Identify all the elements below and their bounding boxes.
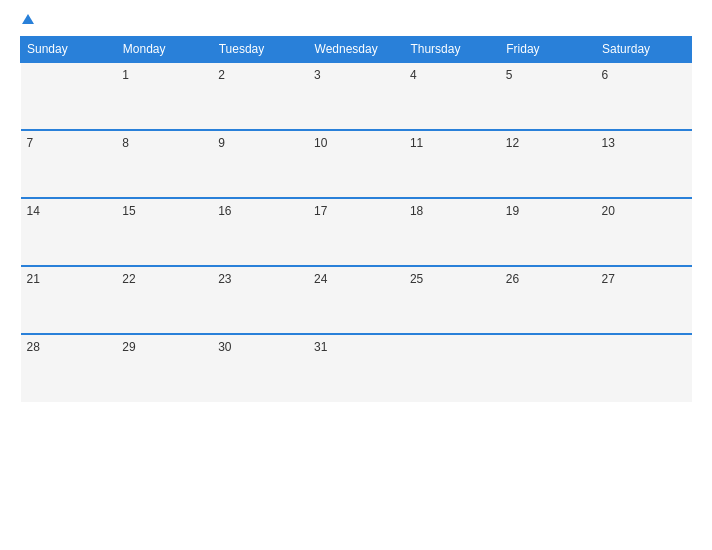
header (20, 16, 692, 26)
day-number: 23 (218, 272, 231, 286)
day-number: 20 (602, 204, 615, 218)
calendar-cell: 31 (308, 334, 404, 402)
calendar-cell: 6 (596, 62, 692, 130)
day-number: 18 (410, 204, 423, 218)
weekday-header-thursday: Thursday (404, 37, 500, 63)
calendar-cell: 4 (404, 62, 500, 130)
day-number: 12 (506, 136, 519, 150)
calendar-cell: 18 (404, 198, 500, 266)
day-number: 5 (506, 68, 513, 82)
calendar-cell: 28 (21, 334, 117, 402)
calendar-cell (21, 62, 117, 130)
day-number: 27 (602, 272, 615, 286)
calendar-cell: 3 (308, 62, 404, 130)
calendar-cell: 22 (116, 266, 212, 334)
day-number: 25 (410, 272, 423, 286)
weekday-header-wednesday: Wednesday (308, 37, 404, 63)
weekday-header-saturday: Saturday (596, 37, 692, 63)
day-number: 9 (218, 136, 225, 150)
calendar-cell (500, 334, 596, 402)
calendar-cell: 24 (308, 266, 404, 334)
calendar-week-2: 14151617181920 (21, 198, 692, 266)
weekday-header-row: SundayMondayTuesdayWednesdayThursdayFrid… (21, 37, 692, 63)
day-number: 24 (314, 272, 327, 286)
weekday-header-sunday: Sunday (21, 37, 117, 63)
calendar-cell: 1 (116, 62, 212, 130)
calendar-cell: 5 (500, 62, 596, 130)
calendar-cell: 12 (500, 130, 596, 198)
day-number: 29 (122, 340, 135, 354)
day-number: 30 (218, 340, 231, 354)
weekday-header-friday: Friday (500, 37, 596, 63)
calendar-cell: 23 (212, 266, 308, 334)
calendar-week-1: 78910111213 (21, 130, 692, 198)
day-number: 15 (122, 204, 135, 218)
day-number: 19 (506, 204, 519, 218)
day-number: 13 (602, 136, 615, 150)
calendar-cell: 11 (404, 130, 500, 198)
day-number: 22 (122, 272, 135, 286)
calendar-cell (404, 334, 500, 402)
calendar-body: 1234567891011121314151617181920212223242… (21, 62, 692, 402)
calendar-cell: 19 (500, 198, 596, 266)
calendar-cell: 14 (21, 198, 117, 266)
calendar-cell: 2 (212, 62, 308, 130)
day-number: 17 (314, 204, 327, 218)
calendar-cell: 30 (212, 334, 308, 402)
calendar-cell: 29 (116, 334, 212, 402)
calendar-cell: 16 (212, 198, 308, 266)
calendar-cell: 20 (596, 198, 692, 266)
calendar-cell: 13 (596, 130, 692, 198)
calendar-cell: 8 (116, 130, 212, 198)
day-number: 10 (314, 136, 327, 150)
calendar-cell: 26 (500, 266, 596, 334)
weekday-header-tuesday: Tuesday (212, 37, 308, 63)
day-number: 28 (27, 340, 40, 354)
day-number: 4 (410, 68, 417, 82)
calendar-cell: 21 (21, 266, 117, 334)
calendar-cell: 27 (596, 266, 692, 334)
calendar-week-3: 21222324252627 (21, 266, 692, 334)
day-number: 2 (218, 68, 225, 82)
day-number: 21 (27, 272, 40, 286)
calendar-cell: 7 (21, 130, 117, 198)
calendar-cell: 25 (404, 266, 500, 334)
calendar-cell (596, 334, 692, 402)
day-number: 3 (314, 68, 321, 82)
logo-triangle-icon (22, 14, 34, 24)
day-number: 31 (314, 340, 327, 354)
calendar-cell: 9 (212, 130, 308, 198)
day-number: 11 (410, 136, 423, 150)
logo (20, 16, 34, 26)
calendar-page: SundayMondayTuesdayWednesdayThursdayFrid… (0, 0, 712, 550)
calendar-cell: 17 (308, 198, 404, 266)
day-number: 14 (27, 204, 40, 218)
day-number: 1 (122, 68, 129, 82)
weekday-header-monday: Monday (116, 37, 212, 63)
day-number: 16 (218, 204, 231, 218)
day-number: 26 (506, 272, 519, 286)
calendar-table: SundayMondayTuesdayWednesdayThursdayFrid… (20, 36, 692, 402)
calendar-cell: 10 (308, 130, 404, 198)
calendar-week-4: 28293031 (21, 334, 692, 402)
day-number: 6 (602, 68, 609, 82)
calendar-week-0: 123456 (21, 62, 692, 130)
day-number: 7 (27, 136, 34, 150)
calendar-cell: 15 (116, 198, 212, 266)
day-number: 8 (122, 136, 129, 150)
